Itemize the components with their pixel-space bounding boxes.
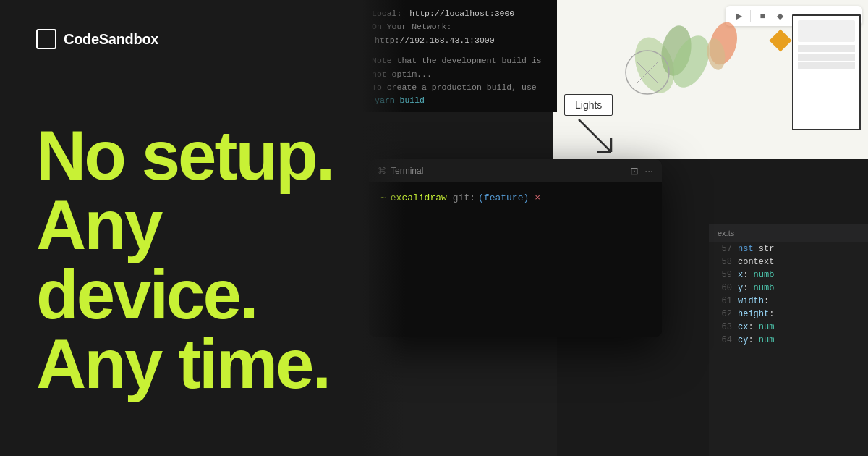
excalidraw-panel: ▶ ■ ◆ ● → — − (553, 0, 868, 159)
hero-heading: No setup. Any device. Any time. (36, 121, 383, 399)
code-num-57: 57 (718, 244, 732, 254)
code-line-57: 57 nst str (709, 242, 868, 256)
diamond-tool-icon[interactable]: ◆ (773, 9, 787, 23)
diamond-decoration (769, 29, 791, 51)
hero-line3: Any time. (36, 329, 383, 399)
code-line-59: 59 x: numb (709, 269, 868, 282)
code-content-63: cx: num (738, 322, 774, 332)
arrow-decoration (575, 116, 618, 159)
codesandbox-logo-icon (36, 29, 56, 49)
logo-area: CodeSandbox (36, 29, 383, 49)
code-content-58: context (738, 257, 774, 267)
code-num-61: 61 (718, 296, 732, 306)
code-num-62: 62 (718, 309, 732, 319)
code-num-58: 58 (718, 257, 732, 267)
code-content-64: cy: num (738, 335, 774, 345)
code-num-60: 60 (718, 283, 732, 293)
left-edge-fade (362, 0, 405, 456)
excalidraw-card (792, 14, 861, 130)
logo-text: CodeSandbox (64, 31, 158, 48)
local-url: http://localhost:3000 (409, 9, 514, 18)
code-content-59: x: numb (738, 270, 774, 280)
code-content-61: width: (738, 296, 769, 306)
code-line-64: 64 cy: num (709, 334, 868, 347)
code-num-59: 59 (718, 270, 732, 280)
rect-icon[interactable]: ■ (755, 9, 770, 23)
code-panel: ex.ts 57 nst str 58 context 59 x: numb 6… (709, 224, 868, 456)
prompt-branch: (feature) (478, 193, 529, 203)
left-panel: CodeSandbox No setup. Any device. Any ti… (0, 0, 420, 456)
terminal-window: ⌘ Terminal ⊡ ··· ~ excalidraw git: (feat… (369, 159, 662, 337)
terminal-body: ~ excalidraw git: (feature) × (369, 182, 662, 214)
code-line-63: 63 cx: num (709, 321, 868, 334)
hero-text: No setup. Any device. Any time. (36, 93, 383, 427)
code-content-60: y: numb (738, 283, 774, 293)
prompt-x[interactable]: × (535, 193, 540, 203)
code-filename: ex.ts (718, 229, 734, 237)
code-content-57: nst str (738, 244, 774, 254)
code-content-62: height: (738, 309, 774, 319)
hero-line1: No setup. (36, 121, 383, 190)
code-num-64: 64 (718, 335, 732, 345)
code-line-58: 58 context (709, 256, 868, 269)
prompt-git-label: git: (453, 193, 475, 203)
lights-label: Lights (564, 94, 613, 116)
code-line-62: 62 height: (709, 308, 868, 321)
terminal-prompt: ~ excalidraw git: (feature) × (380, 193, 650, 203)
hero-line2: Any device. (36, 190, 383, 329)
code-line-61: 61 width: (709, 295, 868, 308)
code-file-label: ex.ts (709, 224, 868, 242)
plant-decoration-left (611, 7, 741, 123)
svg-line-8 (579, 119, 611, 152)
code-num-63: 63 (718, 322, 732, 332)
terminal-expand-icon[interactable]: ⊡ (630, 165, 639, 177)
code-line-60: 60 y: numb (709, 282, 868, 295)
terminal-titlebar: ⌘ Terminal ⊡ ··· (369, 159, 662, 182)
right-panel: ▶ ■ ◆ ● → — − (362, 0, 868, 456)
toolbar-divider (750, 10, 751, 22)
terminal-title-icons: ⊡ ··· (630, 165, 653, 177)
terminal-more-icon[interactable]: ··· (644, 165, 653, 177)
